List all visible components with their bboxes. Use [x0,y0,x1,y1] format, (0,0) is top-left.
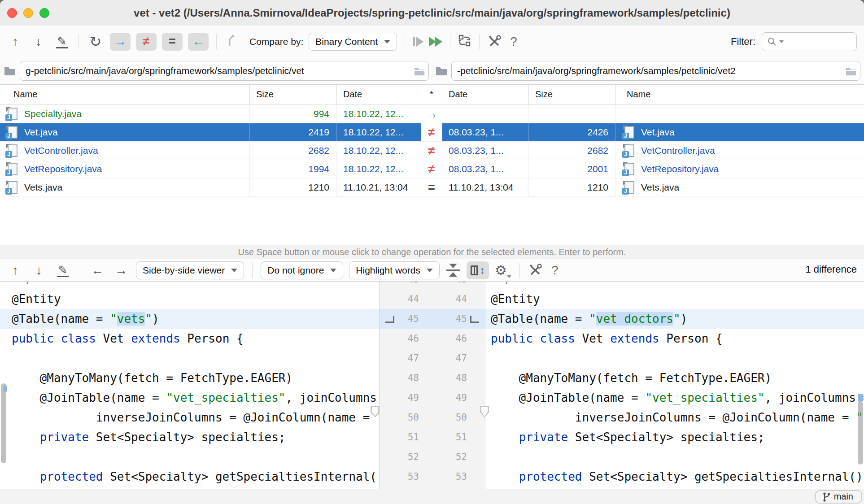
filter-different-files-toggle[interactable]: ≠ [136,33,157,51]
file-date-left: 18.10.22, 12... [336,160,421,178]
highlight-mode-dropdown[interactable]: Highlight words [349,261,440,279]
column-header-name-left[interactable]: Name [0,85,249,104]
filter-new-files-toggle[interactable]: → [110,33,131,51]
java-file-icon: J [5,107,18,121]
file-name-left: JVetRepository.java [0,160,249,178]
edit-button[interactable]: ✎ [53,35,71,48]
title-bar: vet - vet2 (/Users/Anna.Smirnova/IdeaPro… [0,0,864,26]
code-line: inverseJoinColumns = @JoinColumn(name = … [0,408,379,427]
diff-viewer: */@Entity@Table(name = "vets")public cla… [0,282,864,489]
file-name-right: JVet.java [615,123,864,141]
next-change-button[interactable]: ↓ [30,263,48,278]
table-row[interactable]: JVets.java121011.10.21, 13:04=11.10.21, … [0,178,864,197]
merge-icon[interactable] [224,34,238,49]
gutter-line-numbers: 4949 [380,388,485,408]
hint-text: Use Space button or mouse click to chang… [238,247,626,257]
operation-icon[interactable]: ≠ [421,160,442,178]
code-line: public class Vet extends Person { [0,329,379,348]
up-down-arrow-icon: ↕ [480,265,484,276]
synchronize-selected-button[interactable] [413,37,423,47]
java-file-icon: J [5,162,18,176]
code-line: private Set<Specialty> specialties; [485,427,864,447]
chevron-down-icon [231,269,237,272]
gutter-line-numbers: 4848 [380,368,485,388]
file-size-right: 1210 [528,178,615,196]
tools-icon[interactable] [487,34,502,49]
file-table-body: JSpecialty.java99418.10.22, 12...→JVet.j… [0,105,864,245]
help-icon[interactable]: ? [507,35,520,49]
compare-directories-window: vet - vet2 (/Users/Anna.Smirnova/IdeaPro… [0,0,864,504]
tools-icon[interactable] [528,263,542,278]
column-header-date-right[interactable]: Date [442,85,528,104]
left-path-input[interactable] [20,61,429,81]
column-header-date-left[interactable]: Date [336,85,421,104]
separator [216,34,217,49]
fold-marker-icon[interactable] [480,406,489,417]
search-icon [767,36,777,47]
separator [79,34,79,49]
table-row[interactable]: JVetController.java268218.10.22, 12...≠0… [0,142,864,160]
operation-icon[interactable]: ≠ [421,142,442,160]
column-header-operation[interactable]: * [421,85,442,104]
gutter-line-numbers: 4343 [380,282,485,289]
swap-sides-icon[interactable] [458,34,471,49]
left-scrollbar-thumb[interactable] [1,383,6,463]
whitespace-policy-value: Do not ignore [267,265,324,276]
column-header-name-right[interactable]: Name [615,85,864,104]
operation-icon[interactable]: ≠ [421,123,442,141]
right-path-input[interactable] [451,61,860,81]
column-header-size-left[interactable]: Size [249,85,336,104]
separator [405,34,405,49]
gutter-line-numbers: 4444 [380,289,485,309]
file-name-right: JVetController.java [615,142,864,160]
help-icon[interactable]: ? [548,263,562,278]
filter-newer-right-toggle[interactable]: ← [188,33,209,51]
diff-right-pane[interactable]: */@Entity@Table(name = "vet doctors")pub… [485,282,864,489]
file-name-left: JVets.java [0,178,249,196]
compare-by-dropdown[interactable]: Binary Content [309,33,397,51]
file-name-right: JVets.java [615,178,864,196]
operation-icon[interactable]: → [421,105,442,123]
separator [80,263,80,278]
column-header-size-right[interactable]: Size [528,85,615,104]
collapse-unchanged-button[interactable] [445,264,461,277]
compare-previous-file-button[interactable]: ← [88,263,106,278]
browse-folder-icon[interactable] [414,66,425,78]
java-file-icon: J [5,126,18,139]
viewer-mode-dropdown[interactable]: Side-by-side viewer [136,261,244,279]
table-row[interactable]: JVetRepository.java199418.10.22, 12...≠0… [0,160,864,178]
java-file-icon: J [5,181,18,195]
git-branch-widget[interactable]: main [815,490,862,504]
refresh-button[interactable]: ↻ [87,33,105,50]
previous-change-button[interactable]: ↑ [6,263,24,278]
jump-to-source-button[interactable]: ✎ [54,263,72,277]
code-line: public class Vet extends Person { [485,329,864,348]
right-scrollbar-thumb[interactable] [858,402,863,465]
operation-icon[interactable]: = [421,178,442,196]
synchronize-scrolling-toggle[interactable]: ↕ [467,261,489,279]
search-options-chevron-icon[interactable] [779,40,784,43]
fold-marker-icon[interactable] [371,406,380,417]
java-file-icon: J [622,181,635,195]
synchronize-all-button[interactable] [429,37,442,47]
code-line: protected Set<Specialty> getSpecialtiesI… [0,467,379,487]
browse-folder-icon[interactable] [845,66,857,78]
table-row[interactable]: JVet.java241918.10.22, 12...≠08.03.23, 1… [0,123,864,142]
file-size-left: 1994 [249,160,336,178]
compare-next-file-button[interactable]: → [112,263,130,278]
file-date-right: 08.03.23, 1... [442,142,528,160]
code-line: private Set<Specialty> specialties; [0,427,379,447]
previous-difference-button[interactable]: ↑ [6,35,24,49]
code-line: @ManyToMany(fetch = FetchType.EAGER) [485,368,864,388]
code-line: @Table(name = "vet doctors") [485,309,864,329]
filter-search-input[interactable] [762,32,857,51]
next-difference-button[interactable]: ↓ [30,35,48,49]
table-row[interactable]: JSpecialty.java99418.10.22, 12...→ [0,105,864,123]
editor-settings-button[interactable]: ⚙ [495,262,511,278]
chevron-down-icon [507,275,511,278]
diff-left-pane[interactable]: */@Entity@Table(name = "vets")public cla… [0,282,379,489]
filter-equal-files-toggle[interactable]: = [162,33,183,51]
file-table-header: Name Size Date * Date Size Name [0,84,864,104]
gutter-line-numbers: 4545 [380,309,485,329]
whitespace-policy-dropdown[interactable]: Do not ignore [261,261,343,279]
